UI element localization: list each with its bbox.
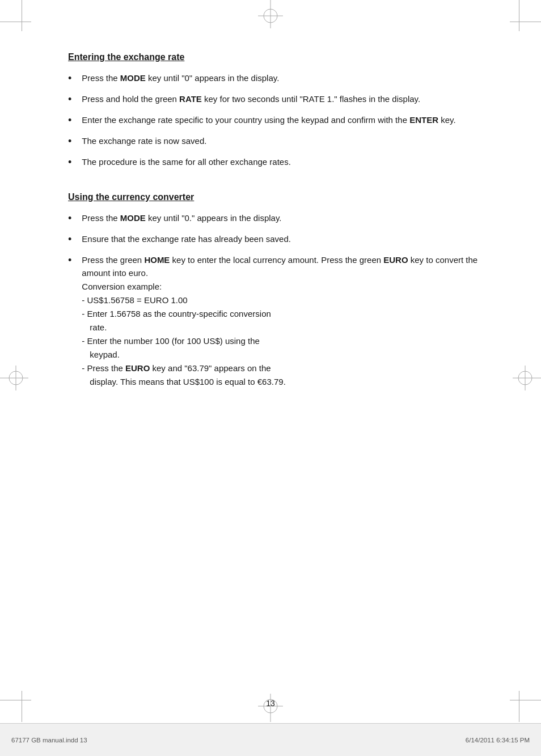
list-item: • Press the green HOME key to enter the … — [68, 253, 496, 389]
reg-mark-middle-right — [513, 366, 541, 390]
sub-examples: Conversion example: - US$1.56758 = EURO … — [82, 280, 496, 389]
corner-line — [519, 0, 519, 31]
section-entering-exchange-rate: Entering the exchange rate • Press the M… — [68, 51, 496, 171]
content-area: Entering the exchange rate • Press the M… — [68, 51, 496, 688]
corner-line — [510, 22, 541, 22]
section2-bullet-list: • Press the MODE key until "0." appears … — [68, 211, 496, 388]
reg-mark-top-center — [258, 0, 283, 28]
section-currency-converter: Using the currency converter • Press the… — [68, 191, 496, 389]
example-line: - Press the EURO key and "63.79" appears… — [82, 362, 496, 375]
corner-line — [519, 691, 519, 722]
example-line: - Enter 1.56758 as the country-specific … — [82, 307, 496, 321]
page-number: 13 — [266, 699, 275, 708]
example-line: Conversion example: — [82, 280, 496, 294]
list-item: • Press the MODE key until "0." appears … — [68, 211, 496, 227]
bullet-text: Press the MODE key until "0" appears in … — [82, 71, 496, 84]
corner-line — [0, 22, 31, 22]
list-item: • Enter the exchange rate specific to yo… — [68, 113, 496, 129]
bullet-text: Press and hold the green RATE key for tw… — [82, 92, 496, 105]
list-item: • Press and hold the green RATE key for … — [68, 92, 496, 108]
footer-bar: 67177 GB manual.indd 13 6/14/2011 6:34:1… — [0, 723, 541, 756]
list-item: • Press the MODE key until "0" appears i… — [68, 71, 496, 87]
example-line-indent: rate. — [82, 321, 496, 334]
bullet-dot: • — [68, 232, 71, 248]
corner-line — [22, 691, 22, 722]
bullet-text: Enter the exchange rate specific to your… — [82, 113, 496, 126]
bullet-dot: • — [68, 71, 71, 87]
bullet-text: Ensure that the exchange rate has alread… — [82, 232, 496, 245]
example-line-indent: keypad. — [82, 348, 496, 362]
bullet-text: The exchange rate is now saved. — [82, 134, 496, 147]
bullet-dot: • — [68, 134, 71, 150]
example-line-indent: display. This means that US$100 is equal… — [82, 375, 496, 389]
example-line: - US$1.56758 = EURO 1.00 — [82, 294, 496, 307]
example-line: - Enter the number 100 (for 100 US$) usi… — [82, 334, 496, 348]
bullet-dot: • — [68, 113, 71, 129]
bullet-dot: • — [68, 92, 71, 108]
list-item: • Ensure that the exchange rate has alre… — [68, 232, 496, 248]
corner-line — [0, 700, 31, 700]
section1-title: Entering the exchange rate — [68, 51, 496, 63]
footer-right-text: 6/14/2011 6:34:15 PM — [466, 737, 530, 744]
corner-line — [22, 0, 22, 31]
list-item: • The exchange rate is now saved. — [68, 134, 496, 150]
section1-bullet-list: • Press the MODE key until "0" appears i… — [68, 71, 496, 170]
reg-mark-middle-left — [0, 366, 28, 390]
page-container: Entering the exchange rate • Press the M… — [0, 0, 541, 756]
section2-title: Using the currency converter — [68, 191, 496, 203]
bullet-dot: • — [68, 211, 71, 227]
bullet-text: Press the MODE key until "0." appears in… — [82, 211, 496, 224]
reg-mark-bottom-center — [258, 694, 283, 722]
list-item: • The procedure is the same for all othe… — [68, 155, 496, 171]
bullet-dot: • — [68, 253, 71, 269]
corner-line — [510, 700, 541, 700]
footer-left-text: 67177 GB manual.indd 13 — [11, 737, 87, 744]
bullet-dot: • — [68, 155, 71, 171]
bullet-text: The procedure is the same for all other … — [82, 155, 496, 168]
bullet-text: Press the green HOME key to enter the lo… — [82, 253, 496, 389]
